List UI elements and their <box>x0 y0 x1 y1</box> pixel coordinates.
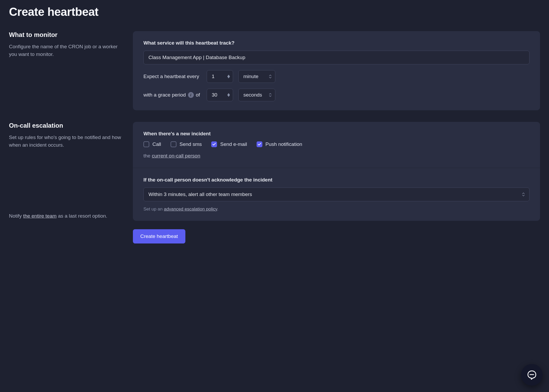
interval-unit-select[interactable]: minute <box>238 70 275 83</box>
escalation-section-heading: On-call escalation <box>9 122 122 129</box>
incident-card: When there's a new incident CallSend sms… <box>133 122 540 168</box>
chat-fab[interactable] <box>521 364 543 386</box>
checkbox-label: Send e-mail <box>220 141 247 147</box>
ack-label: If the on-call person doesn't acknowledg… <box>143 177 529 183</box>
grace-label: with a grace period i of <box>143 92 201 98</box>
last-resort-note: Notify the entire team as a last resort … <box>9 212 122 220</box>
create-heartbeat-button[interactable]: Create heartbeat <box>133 229 185 243</box>
last-resort-prefix: Notify <box>9 213 23 219</box>
checkbox-box <box>257 141 262 147</box>
sub-prefix: the <box>143 153 152 159</box>
expect-label: Expect a heartbeat every <box>143 74 201 79</box>
notify-send-e-mail-checkbox[interactable]: Send e-mail <box>211 141 247 147</box>
service-label: What service will this heartbeat track? <box>143 40 529 46</box>
monitor-section-desc: Configure the name of the CRON job or a … <box>9 43 122 58</box>
grace-suffix: of <box>196 92 200 98</box>
notify-call-checkbox[interactable]: Call <box>143 141 161 147</box>
grace-value-input[interactable] <box>207 89 233 101</box>
escalation-section-desc: Set up rules for who's going to be notif… <box>9 133 122 149</box>
notify-push-notification-checkbox[interactable]: Push notification <box>257 141 302 147</box>
advanced-escalation-link[interactable]: advanced escalation policy <box>164 207 217 212</box>
incident-label: When there's a new incident <box>143 131 529 137</box>
acknowledge-card: If the on-call person doesn't acknowledg… <box>133 168 540 221</box>
checkbox-label: Call <box>152 141 161 147</box>
ack-fallback-select[interactable]: Within 3 minutes, alert all other team m… <box>143 188 529 201</box>
checkbox-label: Send sms <box>180 141 202 147</box>
current-on-call-link[interactable]: current on-call person <box>152 153 200 159</box>
monitor-card: What service will this heartbeat track? … <box>133 31 540 110</box>
checkbox-box <box>171 141 176 147</box>
page-title: Create heartbeat <box>9 5 540 18</box>
monitor-section-heading: What to monitor <box>9 31 122 39</box>
interval-value-input[interactable] <box>207 70 233 83</box>
checkbox-box <box>143 141 149 147</box>
hint-prefix: Set up an <box>143 207 164 212</box>
hint-suffix: . <box>217 207 218 212</box>
info-icon[interactable]: i <box>188 92 194 98</box>
service-name-input[interactable] <box>143 51 529 64</box>
grace-prefix: with a grace period <box>143 92 186 98</box>
entire-team-link[interactable]: the entire team <box>23 213 57 219</box>
grace-unit-select[interactable]: seconds <box>238 89 275 101</box>
checkbox-label: Push notification <box>266 141 302 147</box>
last-resort-suffix: as a last resort option. <box>57 213 107 219</box>
checkbox-box <box>211 141 217 147</box>
notify-send-sms-checkbox[interactable]: Send sms <box>171 141 202 147</box>
chat-icon <box>526 369 537 380</box>
